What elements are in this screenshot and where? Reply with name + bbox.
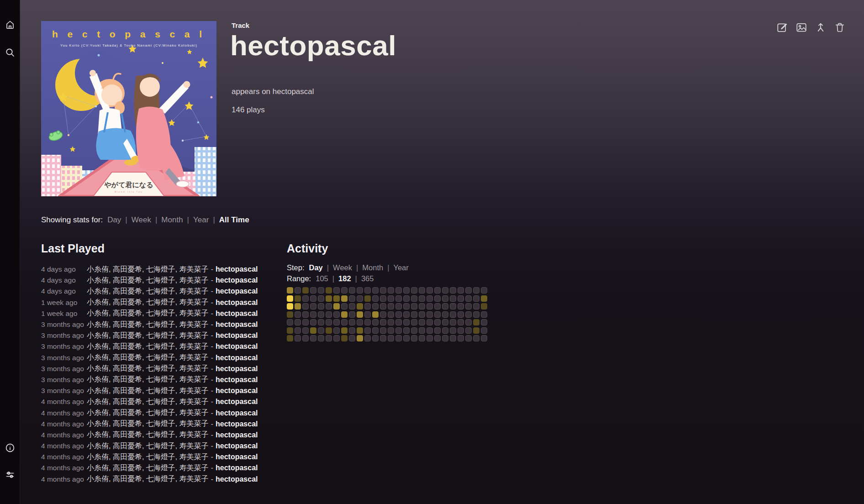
heatmap-cell — [465, 327, 472, 334]
artist-links[interactable]: 小糸侑, 高田憂希, 七海燈子, 寿美菜子 — [87, 474, 209, 484]
heatmap-cell — [450, 311, 456, 318]
last-played-heading: Last Played — [41, 242, 105, 255]
heatmap-cell — [357, 303, 363, 310]
home-icon[interactable] — [5, 19, 16, 30]
scrobble-time: 3 months ago — [41, 320, 87, 329]
artist-links[interactable]: 小糸侑, 高田憂希, 七海燈子, 寿美菜子 — [87, 287, 209, 296]
artist-links[interactable]: 小糸侑, 高田憂希, 七海燈子, 寿美菜子 — [87, 309, 209, 318]
scrobble-row: 4 months ago小糸侑, 高田憂希, 七海燈子, 寿美菜子-hectop… — [41, 441, 265, 452]
track-link[interactable]: hectopascal — [216, 420, 258, 428]
heatmap-cell — [295, 335, 301, 341]
scrobble-time: 4 days ago — [41, 276, 87, 284]
info-icon[interactable] — [5, 442, 16, 453]
step-option-month[interactable]: Month — [362, 263, 383, 272]
artist-links[interactable]: 小糸侑, 高田憂希, 七海燈子, 寿美菜子 — [87, 463, 209, 473]
settings-sliders-icon[interactable] — [5, 469, 16, 480]
artist-links[interactable]: 小糸侑, 高田憂希, 七海燈子, 寿美菜子 — [87, 430, 209, 440]
scrobble-time: 3 months ago — [41, 365, 87, 373]
artist-links[interactable]: 小糸侑, 高田憂希, 七海燈子, 寿美菜子 — [87, 342, 209, 352]
track-link[interactable]: hectopascal — [216, 310, 258, 318]
stats-option-week[interactable]: Week — [132, 215, 151, 224]
artist-links[interactable]: 小糸侑, 高田憂希, 七海燈子, 寿美菜子 — [87, 419, 209, 429]
track-link[interactable]: hectopascal — [216, 398, 258, 406]
track-link[interactable]: hectopascal — [216, 331, 258, 340]
artist-track-separator: - — [211, 420, 213, 428]
track-link[interactable]: hectopascal — [216, 365, 258, 373]
track-link[interactable]: hectopascal — [216, 464, 258, 472]
track-link[interactable]: hectopascal — [216, 387, 258, 395]
heatmap-cell — [349, 327, 355, 334]
artist-links[interactable]: 小糸侑, 高田憂希, 七海燈子, 寿美菜子 — [87, 353, 209, 362]
artist-links[interactable]: 小糸侑, 高田憂希, 七海燈子, 寿美菜子 — [87, 441, 209, 451]
track-link[interactable]: hectopascal — [216, 376, 258, 384]
heatmap-cell — [364, 327, 371, 334]
artist-track-separator: - — [211, 464, 213, 472]
track-link[interactable]: hectopascal — [216, 475, 258, 483]
heatmap-cell — [380, 287, 386, 294]
step-option-year[interactable]: Year — [393, 263, 408, 272]
artist-links[interactable]: 小糸侑, 高田憂希, 七海燈子, 寿美菜子 — [87, 408, 209, 418]
stats-option-all-time[interactable]: All Time — [219, 215, 249, 224]
option-separator: | — [187, 215, 189, 224]
track-link[interactable]: hectopascal — [216, 453, 258, 461]
track-link[interactable]: hectopascal — [216, 442, 258, 450]
stats-option-day[interactable]: Day — [107, 215, 121, 224]
track-link[interactable]: hectopascal — [216, 287, 258, 295]
heatmap-cell — [395, 287, 402, 294]
artist-track-separator: - — [211, 431, 213, 439]
range-option-365[interactable]: 365 — [361, 274, 374, 283]
artist-track-separator: - — [211, 265, 213, 273]
stats-option-month[interactable]: Month — [161, 215, 183, 224]
heatmap-cell — [403, 319, 410, 326]
track-link[interactable]: hectopascal — [216, 320, 258, 329]
artist-links[interactable]: 小糸侑, 高田憂希, 七海燈子, 寿美菜子 — [87, 298, 209, 307]
heatmap-cell — [310, 295, 316, 302]
scrobble-row: 1 week ago小糸侑, 高田憂希, 七海燈子, 寿美菜子-hectopas… — [41, 308, 265, 319]
heatmap-cell — [395, 335, 402, 341]
heatmap-cell — [419, 327, 425, 334]
track-link[interactable]: hectopascal — [216, 342, 258, 351]
merge-icon[interactable] — [815, 21, 827, 33]
album-art[interactable]: やがて君になる Bloom Into You hectopascal Yuu K… — [41, 21, 216, 196]
artist-links[interactable]: 小糸侑, 高田憂希, 七海燈子, 寿美菜子 — [87, 452, 209, 462]
artist-links[interactable]: 小糸侑, 高田憂希, 七海燈子, 寿美菜子 — [87, 397, 209, 407]
artist-links[interactable]: 小糸侑, 高田憂希, 七海燈子, 寿美菜子 — [87, 375, 209, 384]
scrobble-time: 4 months ago — [41, 453, 87, 461]
album-link[interactable]: hectopascal — [273, 87, 314, 96]
range-option-182[interactable]: 182 — [338, 274, 351, 283]
heatmap-cell — [333, 319, 340, 326]
track-link[interactable]: hectopascal — [216, 276, 258, 284]
last-played-list: 4 days ago小糸侑, 高田憂希, 七海燈子, 寿美菜子-hectopas… — [41, 264, 265, 485]
artist-links[interactable]: 小糸侑, 高田憂希, 七海燈子, 寿美菜子 — [87, 331, 209, 341]
artist-links[interactable]: 小糸侑, 高田憂希, 七海燈子, 寿美菜子 — [87, 364, 209, 373]
search-icon[interactable] — [5, 47, 16, 58]
artist-links[interactable]: 小糸侑, 高田憂希, 七海燈子, 寿美菜子 — [87, 276, 209, 285]
artist-track-separator: - — [211, 387, 213, 395]
stats-option-year[interactable]: Year — [193, 215, 209, 224]
artist-links[interactable]: 小糸侑, 高田憂希, 七海燈子, 寿美菜子 — [87, 386, 209, 396]
heatmap-cell — [287, 327, 293, 334]
artist-links[interactable]: 小糸侑, 高田憂希, 七海燈子, 寿美菜子 — [87, 265, 209, 274]
entity-type-label: Track — [232, 21, 249, 29]
edit-icon[interactable] — [776, 21, 788, 33]
heatmap-cell — [434, 335, 441, 341]
scrobble-time: 3 months ago — [41, 331, 87, 340]
heatmap-cell — [403, 287, 410, 294]
track-link[interactable]: hectopascal — [216, 265, 258, 273]
heatmap-cell — [333, 303, 340, 310]
delete-icon[interactable] — [834, 21, 846, 33]
track-link[interactable]: hectopascal — [216, 299, 258, 307]
heatmap-cell — [427, 335, 433, 341]
track-link[interactable]: hectopascal — [216, 354, 258, 362]
step-option-week[interactable]: Week — [333, 263, 352, 272]
artist-links[interactable]: 小糸侑, 高田憂希, 七海燈子, 寿美菜子 — [87, 320, 209, 330]
track-link[interactable]: hectopascal — [216, 431, 258, 439]
heatmap-cell — [302, 287, 309, 294]
step-option-day[interactable]: Day — [309, 263, 323, 272]
range-option-105[interactable]: 105 — [316, 274, 328, 283]
option-separator: | — [332, 274, 334, 283]
heatmap-cell — [411, 295, 417, 302]
scrobble-row: 3 months ago小糸侑, 高田憂希, 七海燈子, 寿美菜子-hectop… — [41, 341, 265, 352]
track-link[interactable]: hectopascal — [216, 409, 258, 417]
change-image-icon[interactable] — [796, 21, 807, 33]
